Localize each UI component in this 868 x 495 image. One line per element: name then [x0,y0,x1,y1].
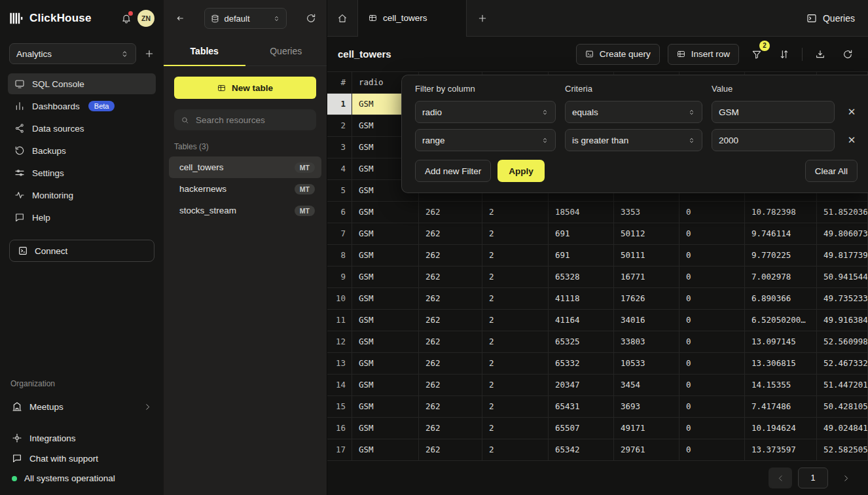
grid-cell[interactable]: GSM [352,288,419,310]
notifications-button[interactable] [121,13,132,24]
grid-cell[interactable]: 0 [679,439,745,461]
collapse-panel-button[interactable] [174,13,185,24]
grid-cell[interactable]: 50.941544 [817,266,868,288]
grid-cell[interactable]: 2 [482,202,549,223]
grid-cell[interactable]: 49.806073 [817,223,868,245]
table-list-item[interactable]: cell_towers MT [169,156,321,178]
grid-cell[interactable]: 10.782398 [745,202,817,223]
grid-cell[interactable]: 2 [482,353,549,375]
grid-cell[interactable]: 18504 [549,202,614,223]
row-number-cell[interactable]: 12 [327,331,352,353]
workspace-select[interactable]: Analytics [9,43,136,64]
grid-cell[interactable]: 10533 [614,353,679,375]
grid-cell[interactable]: GSM [352,266,419,288]
database-select[interactable]: default [204,8,287,29]
grid-cell[interactable]: 50.428105 [817,396,868,418]
insert-row-button[interactable]: Insert row [668,44,739,65]
row-number-cell[interactable]: 2 [327,115,352,137]
page-number-box[interactable]: 1 [798,468,828,488]
create-query-button[interactable]: Create query [576,44,660,65]
grid-cell[interactable]: 0 [679,353,745,375]
tab-tables[interactable]: Tables [164,37,245,66]
grid-cell[interactable]: 65328 [549,266,614,288]
tab-queries[interactable]: Queries [245,37,327,66]
grid-cell[interactable]: 7.002978 [745,266,817,288]
download-button[interactable] [810,45,830,64]
grid-cell[interactable]: GSM [352,223,419,245]
grid-cell[interactable]: 9.746114 [745,223,817,245]
grid-cell[interactable]: 6.52050200… [745,310,817,331]
grid-cell[interactable]: 13.097145 [745,331,817,353]
chat-support-item[interactable]: Chat with support [12,453,152,464]
grid-cell[interactable]: 29761 [614,439,679,461]
row-number-cell[interactable]: 10 [327,288,352,310]
grid-cell[interactable]: 2 [482,310,549,331]
search-input[interactable] [194,115,310,126]
grid-cell[interactable]: 2 [482,245,549,266]
grid-cell[interactable]: 52.4673325 [817,353,868,375]
grid-cell[interactable]: 2 [482,375,549,396]
filter-criteria-select[interactable]: is greater than [565,129,702,151]
new-table-button[interactable]: New table [174,77,316,99]
sidebar-item-settings[interactable]: Settings [8,162,156,183]
sidebar-item-monitoring[interactable]: Monitoring [8,185,156,206]
grid-cell[interactable]: 262 [419,439,482,461]
grid-cell[interactable]: 0 [679,396,745,418]
table-list-item[interactable]: stocks_stream MT [169,200,321,221]
grid-cell[interactable]: 16771 [614,266,679,288]
sidebar-item-backups[interactable]: Backups [8,140,156,161]
grid-cell[interactable]: 0 [679,310,745,331]
grid-cell[interactable]: 3454 [614,375,679,396]
sidebar-item-dashboards[interactable]: Dashboards Beta [8,96,156,117]
grid-cell[interactable]: 2 [482,331,549,353]
grid-cell[interactable]: 2 [482,288,549,310]
remove-filter-button[interactable]: ✕ [844,132,859,148]
grid-header-cell[interactable]: # [327,72,352,94]
row-number-cell[interactable]: 11 [327,310,352,331]
grid-cell[interactable]: 2 [482,439,549,461]
refresh-data-button[interactable] [838,45,858,64]
filter-value-input[interactable] [712,101,835,123]
filter-criteria-select[interactable]: equals [565,101,702,123]
grid-cell[interactable]: 262 [419,288,482,310]
grid-cell[interactable]: 262 [419,223,482,245]
sort-button[interactable] [774,45,794,64]
tab-cell-towers[interactable]: cell_towers [358,0,467,36]
row-number-cell[interactable]: 8 [327,245,352,266]
grid-cell[interactable]: 33803 [614,331,679,353]
grid-cell[interactable]: 65332 [549,353,614,375]
grid-cell[interactable]: 52.560998 [817,331,868,353]
grid-cell[interactable]: 0 [679,331,745,353]
row-number-cell[interactable]: 13 [327,353,352,375]
row-number-cell[interactable]: 14 [327,375,352,396]
sidebar-item-help[interactable]: Help [8,207,156,228]
grid-cell[interactable]: 0 [679,202,745,223]
grid-cell[interactable]: 20347 [549,375,614,396]
grid-cell[interactable]: 262 [419,310,482,331]
filter-button[interactable]: 2 [747,45,767,64]
grid-cell[interactable]: 34016 [614,310,679,331]
filter-value-input[interactable] [712,129,835,151]
prev-page-button[interactable] [769,468,792,488]
grid-cell[interactable]: 49.916384 [817,310,868,331]
grid-cell[interactable]: GSM [352,353,419,375]
grid-cell[interactable]: 262 [419,331,482,353]
grid-cell[interactable]: 3693 [614,396,679,418]
add-workspace-button[interactable] [144,48,154,59]
grid-cell[interactable]: GSM [352,245,419,266]
queries-button[interactable]: Queries [806,13,855,24]
grid-cell[interactable]: 691 [549,223,614,245]
grid-cell[interactable]: 691 [549,245,614,266]
grid-cell[interactable]: GSM [352,418,419,439]
grid-cell[interactable]: 2 [482,418,549,439]
row-number-cell[interactable]: 3 [327,137,352,158]
next-page-button[interactable] [834,468,858,488]
sidebar-item-sql-console[interactable]: SQL Console [8,73,156,94]
grid-cell[interactable]: 6.890366 [745,288,817,310]
grid-cell[interactable]: 52.582505 [817,439,868,461]
grid-cell[interactable]: 0 [679,245,745,266]
row-number-cell[interactable]: 7 [327,223,352,245]
grid-cell[interactable]: 262 [419,266,482,288]
new-query-tab-button[interactable] [467,0,498,36]
row-number-cell[interactable]: 15 [327,396,352,418]
